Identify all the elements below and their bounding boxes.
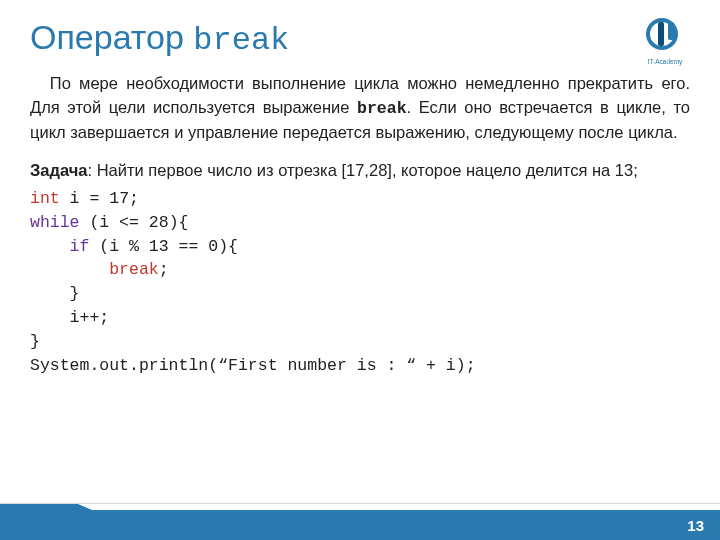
task-paragraph: Задача: Найти первое число из отрезка [1… <box>30 159 690 183</box>
page-number: 13 <box>687 517 704 534</box>
code-kw-if: if <box>70 237 90 256</box>
code-l4: ; <box>159 260 169 279</box>
code-kw-while: while <box>30 213 80 232</box>
code-block: int i = 17; while (i <= 28){ if (i % 13 … <box>30 187 690 378</box>
code-l7: } <box>30 332 40 351</box>
footer-bar: 13 <box>0 510 720 540</box>
code-l2: (i <= 28){ <box>80 213 189 232</box>
title-mono: break <box>193 22 289 59</box>
code-l6: i++; <box>30 308 109 327</box>
code-kw-break: break <box>109 260 159 279</box>
slide: Оператор break IT-Academy По мере необхо… <box>0 0 720 540</box>
code-kw-int: int <box>30 189 60 208</box>
code-l1: i = 17; <box>60 189 139 208</box>
title-text: Оператор <box>30 18 193 56</box>
code-l8: System.out.println(“First number is : “ … <box>30 356 476 375</box>
code-l5: } <box>30 284 80 303</box>
svg-rect-2 <box>668 22 674 40</box>
code-pad3 <box>30 237 70 256</box>
logo-caption: IT-Academy <box>648 58 683 66</box>
content-area: По мере необходимости выполнение цикла м… <box>30 72 690 378</box>
code-l3: (i % 13 == 0){ <box>89 237 238 256</box>
task-text: : Найти первое число из отрезка [17,28],… <box>88 161 638 179</box>
intro-paragraph: По мере необходимости выполнение цикла м… <box>30 72 690 145</box>
code-pad4 <box>30 260 109 279</box>
para-break-kw: break <box>357 99 407 118</box>
slide-title: Оператор break <box>30 18 289 59</box>
svg-rect-1 <box>658 22 664 46</box>
task-label: Задача <box>30 161 88 179</box>
it-academy-logo: IT-Academy <box>634 14 696 68</box>
